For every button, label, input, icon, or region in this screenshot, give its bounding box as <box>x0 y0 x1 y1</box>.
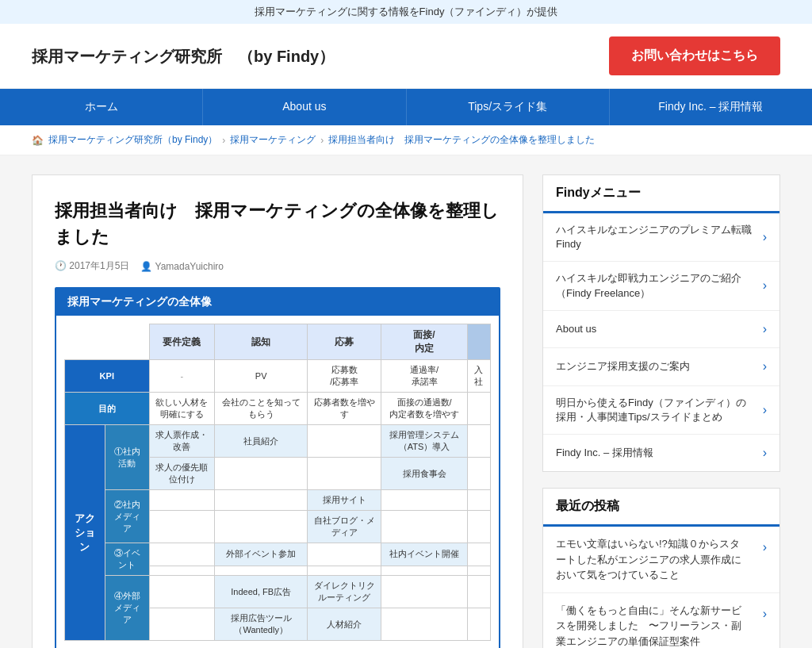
kpi-ninchi: PV <box>215 360 308 393</box>
chevron-icon-3: › <box>763 320 767 338</box>
sidebar-item-freelance-label: ハイスキルな即戦力エンジニアのご紹介（Findy Freelance） <box>556 271 756 300</box>
sidebar-item-freelance[interactable]: ハイスキルな即戦力エンジニアのご紹介（Findy Freelance） › <box>543 262 779 310</box>
action-label: アクション <box>65 425 105 641</box>
breadcrumb-home-icon: 🏠 <box>32 135 44 146</box>
stage-nyusha <box>467 324 490 360</box>
stage-yoken: 要件定義 <box>149 324 214 360</box>
sidebar-item-about[interactable]: About us › <box>543 311 779 348</box>
header: 採用マーケティング研究所 （by Findy） お問い合わせはこちら <box>0 24 812 89</box>
sidebar-recent-post-1[interactable]: エモい文章はいらない!?知識０からスタートした私がエンジニアの求人票作成において… <box>543 527 779 593</box>
site-title: 採用マーケティング研究所 （by Findy） <box>32 46 335 67</box>
action-3a-event-inside: 社内イベント開催 <box>381 543 467 566</box>
action-4b-tool: 採用広告ツール（Wantedly） <box>215 608 308 641</box>
sidebar-recent-post-2-text: 「働くをもっと自由に」そんな新サービスを開発しました 〜フリーランス・副業エンジ… <box>556 603 756 648</box>
action-1a-yoken: 求人票作成・改善 <box>149 425 214 458</box>
purpose-yoken: 欲しい人材を明確にする <box>149 393 214 425</box>
article-meta: 2017年1月5日 YamadaYuichiro <box>55 259 500 273</box>
stage-mensetsu: 面接/内定 <box>381 324 467 360</box>
chevron-icon-1: › <box>763 228 767 246</box>
stage-ninchi: 認知 <box>215 324 308 360</box>
main-wrapper: 採用担当者向け 採用マーケティングの全体像を整理しました 2017年1月5日 Y… <box>0 155 812 648</box>
nav-item-home[interactable]: ホーム <box>0 89 203 125</box>
action-1a-ninchi: 社員紹介 <box>215 425 308 458</box>
action-4a-direct: ダイレクトリクルーティング <box>308 576 381 608</box>
article-author: YamadaYuichiro <box>140 261 224 272</box>
contact-button[interactable]: お問い合わせはこちら <box>609 36 780 75</box>
action-4b-agency: 人材紹介 <box>308 608 381 641</box>
breadcrumb-item-1[interactable]: 採用マーケティング研究所（by Findy） <box>48 133 217 147</box>
article-image-header: 採用マーケティングの全体像 <box>56 289 499 316</box>
action-2a-site: 採用サイト <box>308 490 381 511</box>
sidebar-recent-post-1-text: エモい文章はいらない!?知識０からスタートした私がエンジニアの求人票作成において… <box>556 536 756 583</box>
action-4a-ad: Indeed, FB広告 <box>215 576 308 608</box>
action-sub-4: ④外部メディア <box>105 576 149 641</box>
sidebar-recent-section: 最近の投稿 エモい文章はいらない!?知識０からスタートした私がエンジニアの求人票… <box>542 488 780 648</box>
action-2b-blog: 自社ブログ・メディア <box>308 511 381 543</box>
sidebar-item-about-label: About us <box>556 322 596 336</box>
chevron-icon-2: › <box>763 277 767 294</box>
article-image-body: 要件定義 認知 応募 面接/内定 KPI - PV 応募数/応募率 通過率/承諾… <box>56 316 499 648</box>
banner-text: 採用マーケティングに関する情報をFindy（ファインディ）が提供 <box>255 6 558 17</box>
chevron-icon-6: › <box>763 444 767 462</box>
purpose-oubo: 応募者数を増やす <box>308 393 381 425</box>
kpi-mensetsu: 通過率/承諾率 <box>381 360 467 393</box>
stage-oubo: 応募 <box>308 324 381 360</box>
article-title: 採用担当者向け 採用マーケティングの全体像を整理しました <box>55 197 500 250</box>
action-3a-event-outside: 外部イベント参加 <box>215 543 308 566</box>
sidebar-item-findy-inc-label: Findy Inc. – 採用情報 <box>556 446 653 460</box>
action-sub-1: ①社内活動 <box>105 425 149 490</box>
chevron-icon-5: › <box>763 401 767 419</box>
breadcrumb-item-2[interactable]: 採用マーケティング <box>230 133 316 147</box>
purpose-ninchi: 会社のことを知ってもらう <box>215 393 308 425</box>
sidebar-item-premium-label: ハイスキルなエンジニアのプレミアム転職Findy <box>556 223 756 251</box>
kpi-yoken: - <box>149 360 214 393</box>
purpose-mensetsu: 面接の通過数/内定者数を増やす <box>381 393 467 425</box>
chevron-icon-4: › <box>763 358 767 375</box>
top-banner: 採用マーケティングに関する情報をFindy（ファインディ）が提供 <box>0 0 812 24</box>
sidebar-item-support-label: エンジニア採用支援のご案内 <box>556 359 690 374</box>
kpi-label: KPI <box>65 360 150 393</box>
nav-item-tips[interactable]: Tips/スライド集 <box>407 89 610 125</box>
article-date: 2017年1月5日 <box>55 259 129 273</box>
action-1b-yoken: 求人の優先順位付け <box>149 458 214 490</box>
sidebar-item-support[interactable]: エンジニア採用支援のご案内 › <box>543 348 779 385</box>
sidebar: Findyメニュー ハイスキルなエンジニアのプレミアム転職Findy › ハイス… <box>542 174 780 648</box>
sidebar-item-tips-label: 明日から使えるFindy（ファインディ）の採用・人事関連Tips/スライドまとめ <box>556 396 756 424</box>
breadcrumb-sep-1: › <box>222 135 225 146</box>
recruitment-marketing-table: 要件定義 認知 応募 面接/内定 KPI - PV 応募数/応募率 通過率/承諾… <box>64 324 491 641</box>
sidebar-recent-title: 最近の投稿 <box>543 489 779 527</box>
breadcrumb-item-3: 採用担当者向け 採用マーケティングの全体像を整理しました <box>328 133 595 147</box>
action-sub-2: ②社内メディア <box>105 490 149 543</box>
chevron-icon-post-1: › <box>763 538 767 557</box>
sidebar-item-premium[interactable]: ハイスキルなエンジニアのプレミアム転職Findy › <box>543 213 779 262</box>
action-1a-ats: 採用管理システム（ATS）導入 <box>381 425 467 458</box>
kpi-oubo: 応募数/応募率 <box>308 360 381 393</box>
action-1b-food: 採用食事会 <box>381 458 467 490</box>
sidebar-recent-post-2[interactable]: 「働くをもっと自由に」そんな新サービスを開発しました 〜フリーランス・副業エンジ… <box>543 593 779 648</box>
purpose-nyusha <box>467 393 490 425</box>
sidebar-menu-section: Findyメニュー ハイスキルなエンジニアのプレミアム転職Findy › ハイス… <box>542 174 780 472</box>
nav-item-about[interactable]: About us <box>203 89 406 125</box>
article: 採用担当者向け 採用マーケティングの全体像を整理しました 2017年1月5日 Y… <box>32 174 523 648</box>
purpose-label: 目的 <box>65 393 150 425</box>
sidebar-menu-title: Findyメニュー <box>543 175 779 213</box>
breadcrumb-sep-2: › <box>320 135 324 146</box>
main-nav: ホーム About us Tips/スライド集 Findy Inc. – 採用情… <box>0 89 812 125</box>
article-image-area: 採用マーケティングの全体像 要件定義 認知 応募 面接/内定 KPI <box>55 287 500 648</box>
kpi-nyusha: 入社 <box>467 360 490 393</box>
action-sub-3: ③イベント <box>105 543 149 576</box>
sidebar-item-findy-inc[interactable]: Findy Inc. – 採用情報 › <box>543 435 779 471</box>
breadcrumb: 🏠 採用マーケティング研究所（by Findy） › 採用マーケティング › 採… <box>0 125 812 155</box>
chevron-icon-post-2: › <box>763 604 767 623</box>
nav-item-findy[interactable]: Findy Inc. – 採用情報 <box>610 89 812 125</box>
sidebar-item-tips[interactable]: 明日から使えるFindy（ファインディ）の採用・人事関連Tips/スライドまとめ… <box>543 386 779 435</box>
